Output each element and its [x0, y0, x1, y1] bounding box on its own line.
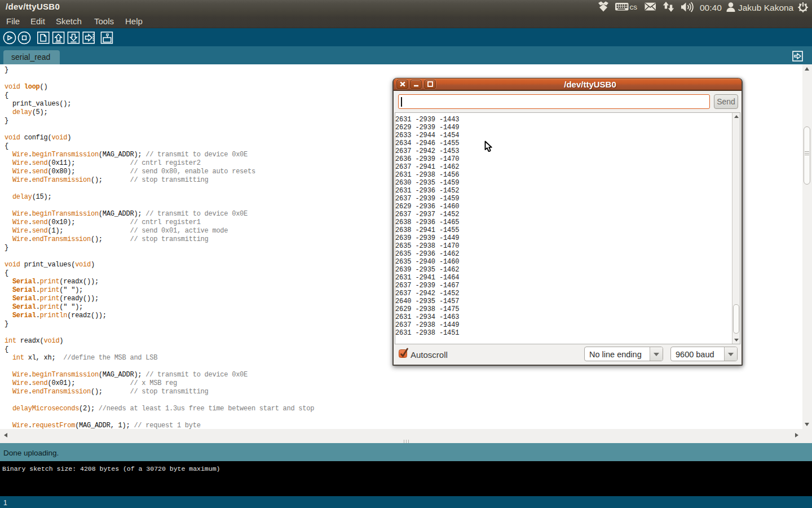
svg-text:cs: cs	[630, 3, 638, 11]
svg-text:Jakub Kakona: Jakub Kakona	[738, 3, 794, 12]
svg-text:00:40: 00:40	[700, 3, 722, 12]
